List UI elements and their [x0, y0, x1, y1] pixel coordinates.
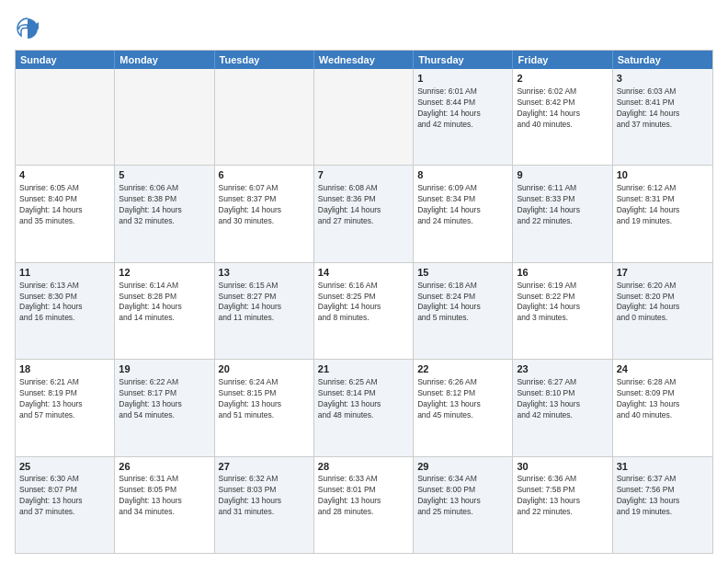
cell-info-text: Sunrise: 6:21 AM Sunset: 8:19 PM Dayligh… — [19, 377, 110, 421]
day-number: 22 — [417, 362, 508, 376]
calendar-cell: 4Sunrise: 6:05 AM Sunset: 8:40 PM Daylig… — [16, 166, 115, 261]
day-number: 1 — [417, 72, 508, 86]
day-number: 26 — [119, 460, 210, 474]
cell-info-text: Sunrise: 6:22 AM Sunset: 8:17 PM Dayligh… — [119, 377, 210, 421]
calendar-row: 25Sunrise: 6:30 AM Sunset: 8:07 PM Dayli… — [16, 456, 712, 553]
calendar-cell: 29Sunrise: 6:34 AM Sunset: 8:00 PM Dayli… — [414, 457, 513, 553]
cell-info-text: Sunrise: 6:08 AM Sunset: 8:36 PM Dayligh… — [318, 183, 409, 227]
calendar-cell — [215, 69, 314, 165]
calendar-cell: 7Sunrise: 6:08 AM Sunset: 8:36 PM Daylig… — [314, 166, 414, 261]
calendar-row: 1Sunrise: 6:01 AM Sunset: 8:44 PM Daylig… — [16, 69, 712, 165]
day-number: 18 — [19, 362, 110, 376]
cell-info-text: Sunrise: 6:05 AM Sunset: 8:40 PM Dayligh… — [19, 183, 110, 227]
calendar-cell: 21Sunrise: 6:25 AM Sunset: 8:14 PM Dayli… — [314, 360, 414, 455]
calendar-row: 4Sunrise: 6:05 AM Sunset: 8:40 PM Daylig… — [16, 165, 712, 261]
cell-info-text: Sunrise: 6:03 AM Sunset: 8:41 PM Dayligh… — [617, 86, 709, 131]
calendar-header-cell: Monday — [115, 51, 214, 69]
day-number: 28 — [318, 460, 409, 474]
day-number: 2 — [517, 72, 608, 86]
calendar-row: 18Sunrise: 6:21 AM Sunset: 8:19 PM Dayli… — [16, 359, 712, 455]
page: SundayMondayTuesdayWednesdayThursdayFrid… — [0, 0, 728, 563]
day-number: 5 — [119, 168, 210, 182]
calendar-cell: 8Sunrise: 6:09 AM Sunset: 8:34 PM Daylig… — [414, 166, 513, 261]
cell-info-text: Sunrise: 6:11 AM Sunset: 8:33 PM Dayligh… — [517, 183, 608, 227]
calendar-cell: 28Sunrise: 6:33 AM Sunset: 8:01 PM Dayli… — [314, 457, 414, 553]
day-number: 25 — [19, 460, 110, 474]
calendar: SundayMondayTuesdayWednesdayThursdayFrid… — [15, 50, 713, 554]
calendar-cell: 18Sunrise: 6:21 AM Sunset: 8:19 PM Dayli… — [16, 360, 115, 455]
logo-icon — [15, 15, 40, 40]
cell-info-text: Sunrise: 6:30 AM Sunset: 8:07 PM Dayligh… — [19, 474, 110, 518]
cell-info-text: Sunrise: 6:26 AM Sunset: 8:12 PM Dayligh… — [417, 377, 508, 421]
header — [15, 15, 713, 40]
calendar-cell: 13Sunrise: 6:15 AM Sunset: 8:27 PM Dayli… — [215, 263, 314, 359]
calendar-cell: 11Sunrise: 6:13 AM Sunset: 8:30 PM Dayli… — [16, 263, 115, 359]
calendar-cell: 2Sunrise: 6:02 AM Sunset: 8:42 PM Daylig… — [513, 69, 612, 165]
cell-info-text: Sunrise: 6:01 AM Sunset: 8:44 PM Dayligh… — [417, 86, 508, 131]
calendar-cell: 24Sunrise: 6:28 AM Sunset: 8:09 PM Dayli… — [613, 360, 712, 455]
calendar-cell: 23Sunrise: 6:27 AM Sunset: 8:10 PM Dayli… — [513, 360, 612, 455]
cell-info-text: Sunrise: 6:24 AM Sunset: 8:15 PM Dayligh… — [219, 377, 310, 421]
calendar-cell: 6Sunrise: 6:07 AM Sunset: 8:37 PM Daylig… — [215, 166, 314, 261]
day-number: 30 — [517, 460, 608, 474]
calendar-cell: 14Sunrise: 6:16 AM Sunset: 8:25 PM Dayli… — [314, 263, 414, 359]
calendar-header-cell: Tuesday — [215, 51, 314, 69]
day-number: 9 — [517, 168, 608, 182]
day-number: 27 — [219, 460, 310, 474]
cell-info-text: Sunrise: 6:33 AM Sunset: 8:01 PM Dayligh… — [318, 474, 409, 518]
day-number: 11 — [19, 266, 110, 280]
calendar-cell: 5Sunrise: 6:06 AM Sunset: 8:38 PM Daylig… — [115, 166, 214, 261]
cell-info-text: Sunrise: 6:07 AM Sunset: 8:37 PM Dayligh… — [219, 183, 310, 227]
cell-info-text: Sunrise: 6:31 AM Sunset: 8:05 PM Dayligh… — [119, 474, 210, 518]
calendar-cell: 15Sunrise: 6:18 AM Sunset: 8:24 PM Dayli… — [414, 263, 513, 359]
day-number: 3 — [617, 72, 709, 86]
cell-info-text: Sunrise: 6:18 AM Sunset: 8:24 PM Dayligh… — [417, 281, 508, 325]
calendar-header-cell: Sunday — [16, 51, 115, 69]
day-number: 12 — [119, 266, 210, 280]
cell-info-text: Sunrise: 6:37 AM Sunset: 7:56 PM Dayligh… — [617, 474, 709, 518]
calendar-cell — [16, 69, 115, 165]
calendar-cell: 16Sunrise: 6:19 AM Sunset: 8:22 PM Dayli… — [513, 263, 612, 359]
cell-info-text: Sunrise: 6:19 AM Sunset: 8:22 PM Dayligh… — [517, 281, 608, 325]
day-number: 19 — [119, 362, 210, 376]
day-number: 14 — [318, 266, 409, 280]
calendar-cell: 20Sunrise: 6:24 AM Sunset: 8:15 PM Dayli… — [215, 360, 314, 455]
calendar-row: 11Sunrise: 6:13 AM Sunset: 8:30 PM Dayli… — [16, 262, 712, 359]
day-number: 6 — [219, 168, 310, 182]
calendar-cell: 10Sunrise: 6:12 AM Sunset: 8:31 PM Dayli… — [613, 166, 712, 261]
cell-info-text: Sunrise: 6:12 AM Sunset: 8:31 PM Dayligh… — [617, 183, 709, 227]
day-number: 17 — [617, 266, 709, 280]
day-number: 15 — [417, 266, 508, 280]
day-number: 10 — [617, 168, 709, 182]
cell-info-text: Sunrise: 6:09 AM Sunset: 8:34 PM Dayligh… — [417, 183, 508, 227]
day-number: 7 — [318, 168, 409, 182]
calendar-cell — [115, 69, 214, 165]
day-number: 24 — [617, 362, 709, 376]
day-number: 23 — [517, 362, 608, 376]
cell-info-text: Sunrise: 6:32 AM Sunset: 8:03 PM Dayligh… — [219, 474, 310, 518]
day-number: 21 — [318, 362, 409, 376]
cell-info-text: Sunrise: 6:02 AM Sunset: 8:42 PM Dayligh… — [517, 86, 608, 131]
calendar-cell: 12Sunrise: 6:14 AM Sunset: 8:28 PM Dayli… — [115, 263, 214, 359]
calendar-cell: 3Sunrise: 6:03 AM Sunset: 8:41 PM Daylig… — [613, 69, 712, 165]
calendar-header-cell: Wednesday — [314, 51, 414, 69]
calendar-header-cell: Thursday — [414, 51, 513, 69]
calendar-cell — [314, 69, 414, 165]
day-number: 20 — [219, 362, 310, 376]
calendar-cell: 17Sunrise: 6:20 AM Sunset: 8:20 PM Dayli… — [613, 263, 712, 359]
cell-info-text: Sunrise: 6:36 AM Sunset: 7:58 PM Dayligh… — [517, 474, 608, 518]
calendar-cell: 22Sunrise: 6:26 AM Sunset: 8:12 PM Dayli… — [414, 360, 513, 455]
calendar-cell: 27Sunrise: 6:32 AM Sunset: 8:03 PM Dayli… — [215, 457, 314, 553]
day-number: 4 — [19, 168, 110, 182]
cell-info-text: Sunrise: 6:14 AM Sunset: 8:28 PM Dayligh… — [119, 281, 210, 325]
day-number: 16 — [517, 266, 608, 280]
calendar-cell: 1Sunrise: 6:01 AM Sunset: 8:44 PM Daylig… — [414, 69, 513, 165]
calendar-cell: 9Sunrise: 6:11 AM Sunset: 8:33 PM Daylig… — [513, 166, 612, 261]
calendar-header-cell: Saturday — [613, 51, 712, 69]
day-number: 31 — [617, 460, 709, 474]
calendar-header: SundayMondayTuesdayWednesdayThursdayFrid… — [16, 51, 712, 69]
cell-info-text: Sunrise: 6:15 AM Sunset: 8:27 PM Dayligh… — [219, 281, 310, 325]
calendar-cell: 31Sunrise: 6:37 AM Sunset: 7:56 PM Dayli… — [613, 457, 712, 553]
calendar-cell: 19Sunrise: 6:22 AM Sunset: 8:17 PM Dayli… — [115, 360, 214, 455]
cell-info-text: Sunrise: 6:06 AM Sunset: 8:38 PM Dayligh… — [119, 183, 210, 227]
